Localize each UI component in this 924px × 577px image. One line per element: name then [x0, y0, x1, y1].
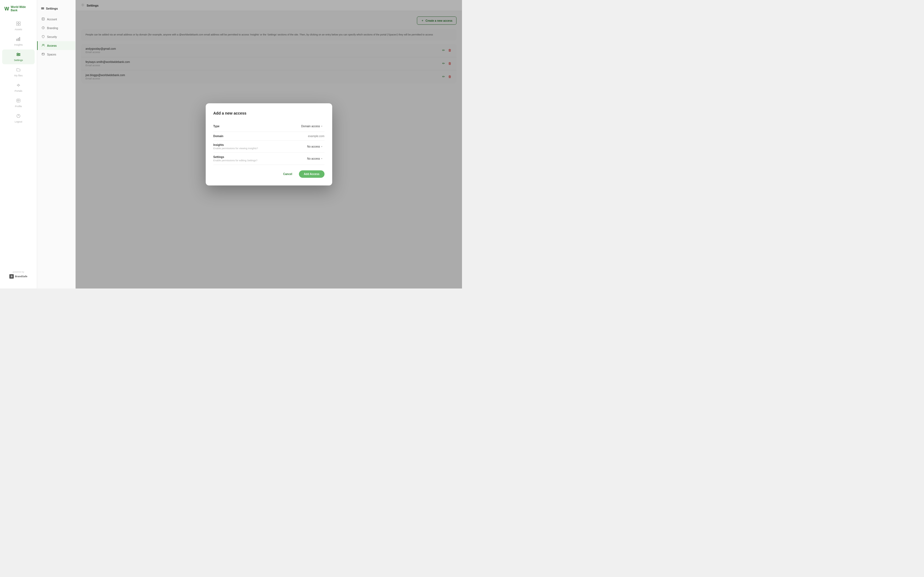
- svg-rect-26: [41, 8, 44, 9]
- profile-label: Profile: [15, 105, 22, 108]
- secondary-nav-access[interactable]: Access: [37, 41, 75, 50]
- svg-rect-6: [19, 37, 20, 41]
- svg-rect-28: [42, 18, 45, 20]
- modal-row-domain: Domain: [213, 132, 325, 141]
- main-content: Settings ＋ Create a new access People ca…: [76, 0, 462, 288]
- type-label: Type: [213, 125, 220, 128]
- sidebar-item-myfiles[interactable]: My files: [2, 65, 35, 80]
- sidebar-item-profile[interactable]: Profile: [2, 96, 35, 110]
- app-name: World Wide Bank: [11, 5, 32, 12]
- insights-icon: [16, 37, 21, 42]
- svg-rect-1: [19, 22, 20, 23]
- main-nav: Assets Insights Settings My files Portal…: [0, 19, 37, 266]
- secondary-nav-account[interactable]: Account: [37, 15, 75, 24]
- security-label: Security: [47, 35, 57, 39]
- svg-rect-11: [19, 54, 19, 55]
- myfiles-icon: [16, 68, 21, 73]
- svg-rect-35: [42, 53, 45, 55]
- insights-select[interactable]: No access ▾: [305, 144, 325, 149]
- settings-value: No access: [307, 157, 320, 160]
- branding-label: Branding: [47, 27, 58, 30]
- assets-icon: [16, 21, 21, 27]
- settings-icon: [16, 52, 21, 58]
- secondary-header: Settings: [37, 5, 75, 15]
- logout-icon: [16, 114, 21, 119]
- settings-row-label: Settings: [213, 156, 258, 158]
- svg-point-34: [43, 44, 44, 45]
- logout-label: Logout: [15, 120, 22, 123]
- svg-rect-27: [41, 9, 44, 9]
- branding-icon: [42, 26, 45, 30]
- portals-icon: [16, 83, 21, 89]
- modal-row-insights: Insights Enable permissions for viewing …: [213, 141, 325, 153]
- insights-dropdown-arrow: ▾: [321, 145, 322, 148]
- sidebar-item-logout[interactable]: Logout: [2, 111, 35, 126]
- myfiles-label: My files: [14, 74, 23, 77]
- insights-row-sublabel: Enable permissions for viewing Insights?: [213, 147, 258, 150]
- settings-row-sublabel: Enable permissions for editing Settings?: [213, 159, 258, 162]
- svg-line-18: [18, 84, 19, 85]
- secondary-header-icon: [41, 6, 44, 10]
- modal: Add a new access Type Domain access ▾ Do…: [206, 103, 332, 185]
- domain-label: Domain: [213, 135, 224, 138]
- sidebar-item-settings[interactable]: Settings: [2, 50, 35, 64]
- modal-footer: Cancel Add Access: [213, 170, 325, 178]
- svg-line-17: [17, 84, 18, 85]
- secondary-nav-branding[interactable]: Branding: [37, 24, 75, 32]
- sidebar-item-portals[interactable]: Portals: [2, 80, 35, 95]
- svg-line-19: [17, 85, 18, 86]
- svg-rect-25: [41, 7, 44, 8]
- svg-rect-5: [18, 38, 19, 41]
- logo-icon: W: [5, 6, 9, 12]
- insights-label: Insights: [14, 44, 23, 46]
- type-dropdown-arrow: ▾: [321, 125, 322, 127]
- domain-input[interactable]: [286, 135, 325, 138]
- secondary-nav-spaces[interactable]: Spaces: [37, 50, 75, 59]
- brandsafe-icon: B: [9, 274, 14, 279]
- modal-row-settings: Settings Enable permissions for editing …: [213, 153, 325, 165]
- spaces-label: Spaces: [47, 53, 56, 56]
- svg-rect-21: [17, 99, 20, 102]
- account-icon: [42, 17, 45, 21]
- spaces-icon: [42, 53, 45, 56]
- assets-label: Assets: [15, 28, 22, 31]
- insights-value: No access: [307, 145, 320, 148]
- secondary-sidebar: Settings Account Branding Security Acces…: [37, 0, 76, 288]
- svg-line-20: [18, 85, 19, 86]
- settings-dropdown-arrow: ▾: [321, 158, 322, 160]
- type-value: Domain access: [301, 125, 320, 128]
- insights-row-label: Insights: [213, 143, 258, 147]
- modal-title: Add a new access: [213, 111, 325, 115]
- type-select[interactable]: Domain access ▾: [299, 124, 324, 129]
- access-label: Access: [47, 44, 57, 47]
- svg-rect-12: [18, 55, 18, 56]
- svg-rect-0: [16, 22, 18, 23]
- secondary-nav-security[interactable]: Security: [37, 32, 75, 41]
- svg-rect-10: [17, 53, 18, 54]
- modal-row-type: Type Domain access ▾: [213, 121, 325, 132]
- svg-rect-2: [16, 24, 18, 26]
- svg-rect-4: [16, 39, 17, 41]
- left-sidebar: W World Wide Bank Assets Insights Settin…: [0, 0, 37, 288]
- powered-by: powered by B BrandSafe: [2, 271, 35, 279]
- settings-select[interactable]: No access ▾: [305, 156, 325, 161]
- account-label: Account: [47, 18, 57, 21]
- app-logo: W World Wide Bank: [0, 5, 37, 19]
- profile-icon: [16, 98, 21, 104]
- settings-label: Settings: [14, 59, 23, 61]
- sidebar-item-assets[interactable]: Assets: [2, 19, 35, 34]
- security-icon: [42, 35, 45, 39]
- sidebar-item-insights[interactable]: Insights: [2, 34, 35, 49]
- sidebar-footer: powered by B BrandSafe: [0, 266, 37, 283]
- cancel-button[interactable]: Cancel: [279, 170, 296, 178]
- brand-name: BrandSafe: [15, 275, 27, 278]
- access-icon: [42, 44, 45, 48]
- svg-rect-7: [16, 53, 20, 54]
- svg-rect-3: [19, 24, 20, 26]
- add-access-button[interactable]: Add Access: [299, 170, 325, 178]
- modal-overlay[interactable]: Add a new access Type Domain access ▾ Do…: [76, 0, 462, 288]
- svg-point-33: [42, 44, 44, 45]
- portals-label: Portals: [15, 90, 22, 92]
